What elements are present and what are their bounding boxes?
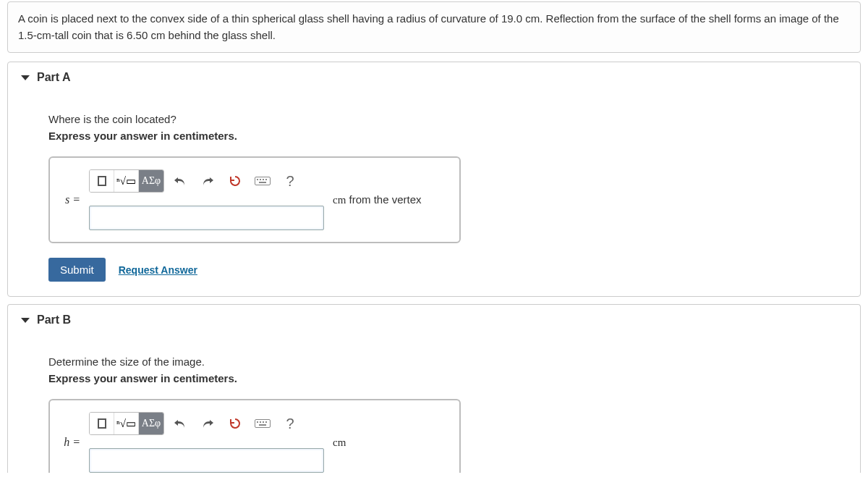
part-b-prompt: Determine the size of the image. — [48, 355, 820, 368]
reset-button[interactable] — [224, 170, 247, 192]
undo-icon — [174, 418, 187, 429]
greek-letters-button[interactable]: ΑΣφ — [139, 170, 163, 192]
redo-icon — [201, 175, 214, 187]
part-a-container: Part A Where is the coin located? Expres… — [7, 62, 861, 297]
caret-down-icon — [21, 318, 30, 323]
reset-icon — [229, 174, 242, 188]
part-a-answer-box: s = ⁿ√▭ ΑΣφ — [48, 156, 461, 243]
keyboard-icon — [255, 177, 271, 185]
redo-button[interactable] — [196, 170, 219, 192]
problem-text: A coin is placed next to the convex side… — [18, 11, 850, 43]
part-b-body: Determine the size of the image. Express… — [8, 335, 860, 473]
redo-button[interactable] — [196, 413, 219, 434]
part-a-answer-input[interactable] — [89, 206, 324, 230]
keyboard-button[interactable] — [251, 413, 274, 434]
radical-icon: ⁿ√▭ — [116, 417, 136, 430]
keyboard-icon — [255, 419, 271, 428]
part-a-toolbar: ⁿ√▭ ΑΣφ ? — [89, 169, 302, 193]
part-b-container: Part B Determine the size of the image. … — [7, 304, 861, 473]
greek-letters-button[interactable]: ΑΣφ — [139, 413, 163, 434]
part-a-instruction: Express your answer in centimeters. — [48, 130, 820, 142]
part-a-input-stack: ⁿ√▭ ΑΣφ ? — [89, 169, 324, 230]
part-b-instruction: Express your answer in centimeters. — [48, 372, 820, 384]
radical-button[interactable]: ⁿ√▭ — [114, 170, 139, 192]
part-b-toolbar: ⁿ√▭ ΑΣφ ? — [89, 412, 302, 435]
part-a-actions: Submit Request Answer — [48, 258, 820, 282]
keyboard-button[interactable] — [251, 170, 274, 192]
part-b-header[interactable]: Part B — [8, 305, 860, 335]
part-b-title: Part B — [37, 313, 71, 327]
problem-statement: A coin is placed next to the convex side… — [7, 1, 861, 53]
rect-icon — [98, 418, 106, 429]
submit-button[interactable]: Submit — [48, 258, 106, 282]
part-a-prompt: Where is the coin located? — [48, 113, 820, 125]
reset-icon — [229, 417, 242, 430]
help-button[interactable]: ? — [278, 170, 302, 192]
part-a-body: Where is the coin located? Express your … — [8, 93, 860, 296]
template-picker-button[interactable] — [90, 413, 114, 434]
part-b-input-stack: ⁿ√▭ ΑΣφ ? — [89, 412, 324, 473]
part-b-answer-box: h = ⁿ√▭ ΑΣφ — [48, 399, 461, 473]
request-answer-link[interactable]: Request Answer — [119, 264, 197, 276]
format-group: ⁿ√▭ ΑΣφ — [89, 412, 164, 435]
undo-button[interactable] — [169, 170, 192, 192]
help-button[interactable]: ? — [278, 413, 302, 434]
undo-icon — [174, 175, 187, 187]
format-group: ⁿ√▭ ΑΣφ — [89, 169, 164, 193]
radical-button[interactable]: ⁿ√▭ — [114, 413, 139, 434]
part-a-header[interactable]: Part A — [8, 62, 860, 93]
caret-down-icon — [21, 75, 30, 80]
part-b-answer-input[interactable] — [89, 448, 324, 473]
part-a-variable: s = — [60, 193, 80, 206]
radical-icon: ⁿ√▭ — [116, 174, 136, 188]
undo-button[interactable] — [169, 413, 192, 434]
part-b-variable: h = — [60, 436, 80, 449]
template-picker-button[interactable] — [90, 170, 114, 192]
redo-icon — [201, 418, 214, 429]
reset-button[interactable] — [224, 413, 247, 434]
part-a-unit: cm from the vertex — [333, 193, 422, 206]
part-a-title: Part A — [37, 71, 71, 84]
part-b-unit: cm — [333, 437, 346, 449]
rect-icon — [98, 176, 106, 186]
